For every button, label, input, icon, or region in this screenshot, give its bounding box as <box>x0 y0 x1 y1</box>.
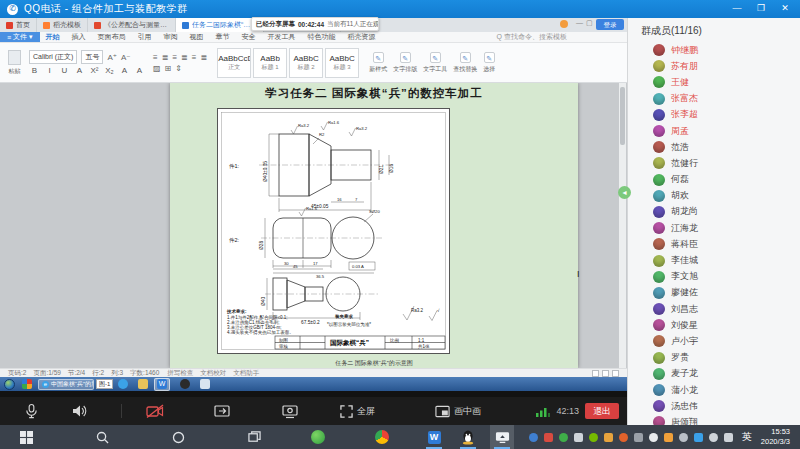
tray-icon[interactable] <box>544 433 553 442</box>
member-row[interactable]: 何磊 <box>628 172 800 188</box>
member-row[interactable]: 江海龙 <box>628 220 800 236</box>
style-preset[interactable]: AaBb 标题 1 <box>253 48 287 78</box>
paragraph-align-icon[interactable]: ≡ <box>153 53 158 62</box>
screen-share-banner[interactable]: 已经分享屏幕 00:42:44 当前有11人正在观看分享屏幕 <box>251 17 379 31</box>
tray-icon[interactable] <box>619 433 628 442</box>
demo-whiteboard-button[interactable] <box>282 404 298 419</box>
document-tab[interactable]: 《公差配合与测量技术》.ppt <box>88 18 176 32</box>
scrollbar-thumb[interactable] <box>620 87 625 145</box>
member-row[interactable]: 张富杰 <box>628 91 800 107</box>
format-button[interactable]: X² <box>89 66 100 75</box>
win7-wps-icon[interactable] <box>22 379 32 389</box>
minimize-button[interactable]: — <box>726 0 748 17</box>
member-row[interactable]: 李文旭 <box>628 269 800 285</box>
tray-icon[interactable] <box>709 433 718 442</box>
win7-task-button[interactable]: e 中国象棋“兵”的加工方法 <box>38 379 94 390</box>
menu-item[interactable]: 开发工具 <box>262 32 302 42</box>
pip-button[interactable]: 画中画 <box>435 405 481 418</box>
member-row[interactable]: 李佳城 <box>628 252 800 268</box>
format-button[interactable]: A <box>74 66 85 75</box>
format-button[interactable]: X₂ <box>104 66 115 75</box>
format-button[interactable]: U <box>59 66 70 75</box>
menu-item[interactable]: 开始 <box>40 32 66 42</box>
win7-qq-browser-icon[interactable] <box>118 379 128 389</box>
win7-paint-icon[interactable] <box>200 379 210 389</box>
font-size-select[interactable]: 五号 <box>81 50 103 64</box>
start-button[interactable] <box>14 425 38 449</box>
tray-icon[interactable] <box>649 433 658 442</box>
view-mode-icon[interactable] <box>602 370 609 377</box>
camera-off-button[interactable] <box>146 404 164 419</box>
member-row[interactable]: 蒋科臣 <box>628 236 800 252</box>
member-row[interactable]: 范健行 <box>628 155 800 171</box>
task-view-button[interactable] <box>242 425 266 449</box>
document-tab[interactable]: 稻壳模板 <box>37 18 88 32</box>
command-search[interactable]: Q 查找命令、搜索模板 <box>497 32 567 42</box>
member-row[interactable]: 范浩 <box>628 139 800 155</box>
win7-wps-doc-icon[interactable]: W <box>157 379 167 389</box>
document-canvas[interactable]: 学习任务二 国际象棋“兵”的数控车加工 件1: <box>0 83 627 368</box>
panel-collapse-button[interactable]: ◂ <box>618 186 631 199</box>
member-row[interactable]: 张李超 <box>628 107 800 123</box>
speaker-button[interactable] <box>71 403 87 419</box>
style-preset[interactable]: AaBbCcDd 正文 <box>217 48 251 78</box>
microphone-button[interactable] <box>24 403 39 419</box>
paragraph-align-icon[interactable]: ≣ <box>162 53 169 62</box>
paragraph-align-icon[interactable]: ≣ <box>200 53 207 62</box>
tray-icon[interactable] <box>589 433 598 442</box>
member-row[interactable]: 胡龙尚 <box>628 204 800 220</box>
tray-icon[interactable] <box>664 433 673 442</box>
maximize-button[interactable]: ❐ <box>750 0 772 17</box>
tray-icon[interactable] <box>634 433 643 442</box>
member-row[interactable]: 钟继鹏 <box>628 42 800 58</box>
style-preset[interactable]: AaBbC 标题 3 <box>325 48 359 78</box>
exit-call-button[interactable]: 退出 <box>585 403 619 419</box>
app-qq[interactable] <box>456 425 480 449</box>
shading-icon[interactable]: ▨ <box>153 64 161 73</box>
app-360-safe[interactable] <box>306 425 330 449</box>
menu-item[interactable]: 引用 <box>132 32 158 42</box>
search-button[interactable] <box>90 425 114 449</box>
member-row[interactable]: 周孟 <box>628 123 800 139</box>
share-window-button[interactable] <box>214 404 230 419</box>
menu-file[interactable]: ≡文件▾ <box>0 32 40 42</box>
tray-icon[interactable] <box>559 433 568 442</box>
line-spacing-icon[interactable]: ⇕ <box>175 64 182 73</box>
tray-icon[interactable] <box>694 433 703 442</box>
grow-font-icon[interactable]: A⁺ <box>107 53 117 62</box>
document-tab[interactable]: 首页 <box>0 18 37 32</box>
menu-item[interactable]: 特色功能 <box>302 32 342 42</box>
member-row[interactable]: 胡欢 <box>628 188 800 204</box>
member-row[interactable]: 苏有朋 <box>628 58 800 74</box>
menu-item[interactable]: 安全 <box>236 32 262 42</box>
format-button[interactable]: B <box>29 66 40 75</box>
win7-start-orb[interactable] <box>4 379 15 390</box>
ribbon-tool-button[interactable]: ✎ 选择 <box>483 52 495 74</box>
tray-icon[interactable] <box>604 433 613 442</box>
app-screen-share-active[interactable] <box>490 425 514 449</box>
ribbon-tool-button[interactable]: ✎ 文字排版 <box>393 52 417 74</box>
app-wps[interactable]: W <box>422 425 446 449</box>
vertical-scrollbar[interactable] <box>619 83 626 368</box>
style-preset[interactable]: AaBbC 标题 2 <box>289 48 323 78</box>
win7-app-icon[interactable] <box>180 379 190 389</box>
tray-icon[interactable] <box>679 433 688 442</box>
document-page[interactable]: 学习任务二 国际象棋“兵”的数控车加工 件1: <box>170 83 578 368</box>
paragraph-align-icon[interactable]: ≣ <box>181 53 188 62</box>
wps-login-button[interactable]: 登录 <box>596 19 624 30</box>
paste-label[interactable]: 粘贴 <box>9 67 21 76</box>
taskbar-clock[interactable]: 15:53 2020/3/3 <box>761 427 796 447</box>
wps-user-avatar[interactable] <box>560 20 568 28</box>
menu-item[interactable]: 章节 <box>210 32 236 42</box>
member-row[interactable]: 卢小宇 <box>628 333 800 349</box>
border-icon[interactable]: ⊞ <box>165 64 172 73</box>
paste-icon[interactable] <box>8 50 21 65</box>
ribbon-tool-button[interactable]: ✎ 查找替换 <box>453 52 477 74</box>
fullscreen-button[interactable]: 全屏 <box>340 405 375 418</box>
view-mode-icon[interactable] <box>592 370 599 377</box>
member-row[interactable]: 麦子龙 <box>628 366 800 382</box>
paragraph-align-icon[interactable]: ≡ <box>172 53 177 62</box>
ribbon-tool-button[interactable]: ✎ 文字工具 <box>423 52 447 74</box>
paragraph-align-icon[interactable]: ≡ <box>192 53 197 62</box>
wps-restore-icon[interactable]: ▢ <box>586 19 593 27</box>
